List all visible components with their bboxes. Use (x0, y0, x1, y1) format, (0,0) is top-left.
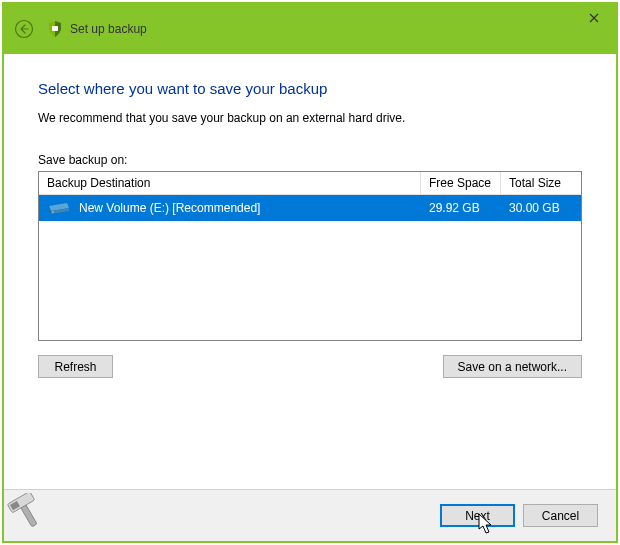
save-on-label: Save backup on: (38, 153, 582, 167)
drive-total-size: 30.00 GB (501, 195, 581, 221)
svg-rect-1 (52, 26, 58, 31)
save-on-network-button[interactable]: Save on a network... (443, 355, 582, 378)
hammer-watermark-icon (6, 493, 52, 539)
titlebar: Set up backup (4, 4, 616, 54)
drive-list-header: Backup Destination Free Space Total Size (39, 172, 581, 195)
column-destination[interactable]: Backup Destination (39, 172, 421, 194)
backup-shield-icon (46, 20, 64, 38)
close-button[interactable] (571, 4, 616, 32)
content-area: Select where you want to save your backu… (4, 54, 616, 489)
drive-row[interactable]: New Volume (E:) [Recommended] 29.92 GB 3… (39, 195, 581, 221)
drive-name: New Volume (E:) [Recommended] (79, 201, 260, 215)
column-free-space[interactable]: Free Space (421, 172, 501, 194)
column-total-size[interactable]: Total Size (501, 172, 581, 194)
window-title: Set up backup (70, 22, 147, 36)
page-heading: Select where you want to save your backu… (38, 80, 582, 97)
drive-list: Backup Destination Free Space Total Size… (38, 171, 582, 341)
back-arrow-icon[interactable] (12, 17, 36, 41)
svg-point-2 (52, 211, 54, 212)
footer-bar: Next Cancel (4, 489, 616, 541)
page-description: We recommend that you save your backup o… (38, 111, 582, 125)
refresh-button[interactable]: Refresh (38, 355, 113, 378)
mouse-cursor-icon (478, 513, 494, 535)
svg-rect-4 (7, 493, 35, 513)
cancel-button[interactable]: Cancel (523, 504, 598, 527)
hard-drive-icon (47, 200, 71, 216)
drive-free-space: 29.92 GB (421, 195, 501, 221)
